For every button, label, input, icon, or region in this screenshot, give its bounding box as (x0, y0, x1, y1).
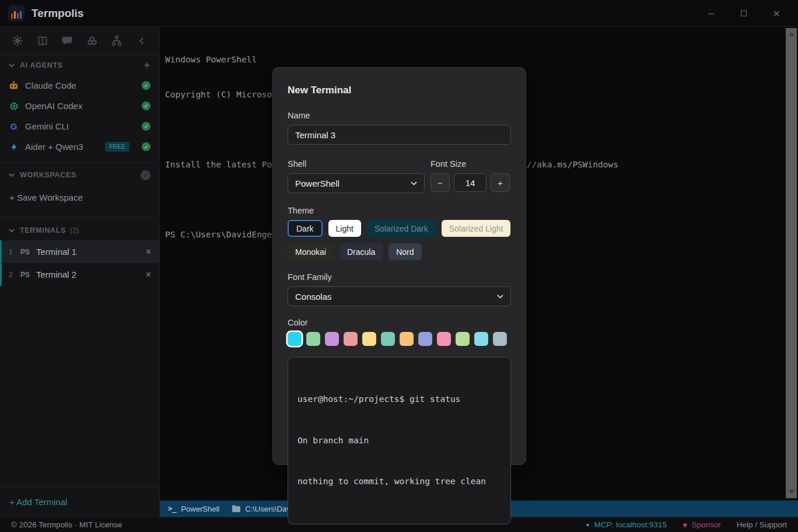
color-swatch[interactable] (344, 332, 358, 346)
preview-line: user@host:~/projects$ git status (298, 393, 501, 407)
scroll-up-icon[interactable] (789, 32, 794, 36)
cluster-icon (86, 34, 99, 47)
terminal-index: 2 (9, 271, 14, 279)
network-button[interactable] (109, 33, 124, 48)
help-support-link[interactable]: Help / Support (737, 520, 787, 529)
sidebar: AI AGENTS + Claude Code ✓ OpenAI Codex ✓… (0, 27, 160, 517)
font-size-decrease-button[interactable]: − (430, 173, 450, 192)
color-swatch[interactable] (362, 332, 376, 346)
scroll-down-icon[interactable] (789, 490, 794, 494)
chevron-down-icon (411, 181, 417, 186)
terminals-count: (2) (70, 226, 79, 235)
sponsor-label: Sponsor (691, 520, 720, 529)
agent-label: Aider + Qwen3 (25, 142, 83, 152)
color-swatch[interactable] (288, 332, 302, 346)
terminals-section-header[interactable]: TERMINALS (2) (0, 220, 159, 240)
split-layout-button[interactable] (35, 33, 50, 48)
color-swatch-row (288, 332, 511, 346)
close-terminal-button[interactable]: × (146, 247, 151, 257)
workspaces-section-header[interactable]: WORKSPACES i (0, 165, 159, 185)
color-swatch[interactable] (418, 332, 432, 346)
agent-item-gemini-cli[interactable]: G Gemini CLI ✓ (0, 116, 159, 136)
terminal-name-input[interactable] (288, 125, 511, 145)
color-swatch[interactable] (400, 332, 414, 346)
theme-label: Theme (288, 206, 511, 215)
close-button[interactable]: × (771, 8, 782, 19)
color-swatch[interactable] (325, 332, 339, 346)
theme-option-solarized-dark[interactable]: Solarized Dark (367, 220, 436, 237)
color-swatch[interactable] (456, 332, 470, 346)
dialog-title: New Terminal (288, 85, 511, 96)
sponsor-link[interactable]: ♥ Sponsor (682, 520, 721, 530)
agent-item-aider-qwen3[interactable]: Aider + Qwen3 FREE ✓ (0, 136, 159, 157)
status-shell-label: PowerShell (181, 505, 219, 513)
add-agent-button[interactable]: + (144, 59, 150, 72)
theme-option-dark[interactable]: Dark (288, 220, 323, 237)
terminal-index: 1 (9, 248, 14, 256)
agents-section-header[interactable]: AI AGENTS + (0, 55, 159, 75)
theme-option-solarized-light[interactable]: Solarized Light (442, 220, 511, 237)
collapse-sidebar-button[interactable] (134, 33, 149, 48)
agent-label: Gemini CLI (25, 121, 69, 131)
terminal-tab-1[interactable]: 1 PS Terminal 1 × (0, 240, 159, 263)
chevron-down-icon (497, 295, 503, 299)
app-logo-icon (8, 5, 24, 22)
scrollbar[interactable] (786, 28, 797, 498)
theme-option-nord[interactable]: Nord (388, 243, 421, 260)
mcp-status[interactable]: ● MCP: localhost:9315 (586, 520, 667, 529)
license-text: © 2026 Termpolis · MIT License (11, 520, 122, 529)
name-label: Name (288, 111, 511, 120)
agents-section-label: AI AGENTS (20, 61, 63, 69)
chip-icon (9, 102, 19, 111)
minimize-button[interactable]: – (706, 8, 716, 19)
chat-button[interactable] (60, 33, 75, 48)
status-check-icon: ✓ (142, 122, 150, 131)
maximize-button[interactable] (738, 8, 749, 19)
color-swatch[interactable] (474, 332, 488, 346)
shell-badge: PS (20, 271, 30, 279)
font-family-select[interactable]: Consolas (288, 286, 511, 306)
color-swatch[interactable] (437, 332, 451, 346)
gemini-g-icon: G (9, 121, 19, 131)
add-terminal-button[interactable]: + Add Terminal (0, 487, 159, 517)
color-label: Color (288, 318, 511, 327)
shell-label: Shell (288, 159, 425, 169)
status-shell: >_ PowerShell (168, 505, 219, 513)
font-size-input[interactable] (454, 173, 487, 192)
sidebar-toolbar (0, 27, 159, 55)
workspaces-section-label: WORKSPACES (20, 171, 76, 179)
preview-line: nothing to commit, working tree clean (298, 475, 501, 489)
agent-item-claude-code[interactable]: Claude Code ✓ (0, 75, 159, 96)
terminal-name: Terminal 2 (36, 270, 76, 279)
theme-option-monokai[interactable]: Monokai (288, 243, 334, 260)
color-swatch[interactable] (493, 332, 507, 346)
terminal-name: Terminal 1 (36, 247, 76, 257)
status-check-icon: ✓ (142, 81, 150, 90)
mcp-status-label: MCP: localhost:9315 (594, 520, 667, 529)
settings-button[interactable] (10, 33, 25, 48)
save-workspace-button[interactable]: + Save Workspace (0, 185, 159, 212)
color-swatch[interactable] (381, 332, 395, 346)
agents-cluster-button[interactable] (85, 33, 100, 48)
agent-label: Claude Code (25, 80, 76, 90)
maximize-icon (741, 10, 747, 16)
new-terminal-dialog: New Terminal Name Shell PowerShell Font … (272, 67, 526, 465)
close-terminal-button[interactable]: × (146, 270, 151, 280)
titlebar: Termpolis – × (0, 0, 798, 27)
split-layout-icon (37, 35, 48, 47)
color-swatch[interactable] (306, 332, 320, 346)
terminal-prompt-icon: >_ (168, 505, 176, 513)
theme-option-light[interactable]: Light (328, 220, 361, 237)
terminal-preview: user@host:~/projects$ git status On bran… (288, 357, 511, 524)
font-size-label: Font Size (430, 159, 511, 169)
font-size-increase-button[interactable]: + (491, 173, 510, 192)
terminals-section-label: TERMINALS (20, 226, 66, 235)
theme-option-dracula[interactable]: Dracula (340, 243, 383, 260)
shell-select[interactable]: PowerShell (288, 173, 425, 193)
terminal-tab-2[interactable]: 2 PS Terminal 2 × (0, 263, 159, 286)
terminal-line: Windows PowerShell (165, 54, 798, 65)
status-check-icon: ✓ (142, 142, 150, 151)
chevron-down-icon (9, 173, 15, 177)
agent-item-openai-codex[interactable]: OpenAI Codex ✓ (0, 96, 159, 116)
gear-icon (11, 34, 24, 47)
